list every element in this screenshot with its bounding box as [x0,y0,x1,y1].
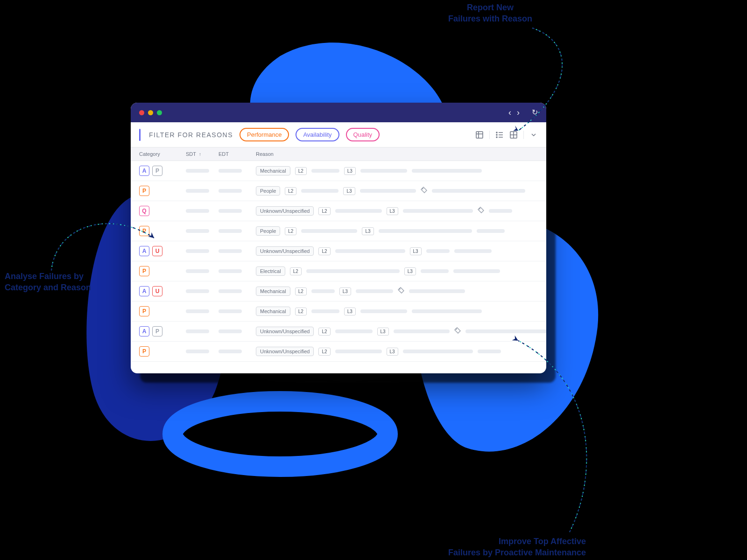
category-chip[interactable]: A [139,166,149,176]
placeholder [394,329,450,333]
placeholder [360,189,416,193]
col-sdt[interactable]: SDT ↑ [186,151,218,157]
svg-point-8 [496,137,497,138]
maximize-icon[interactable] [157,110,162,115]
category-chip[interactable]: P [152,326,162,336]
category-chip[interactable]: A [139,326,149,336]
reason-label[interactable]: People [256,186,280,196]
nav-back-icon[interactable]: ‹ [508,108,510,118]
level-l3[interactable]: L3 [387,348,398,356]
col-edt[interactable]: EDT [218,151,256,157]
category-chip[interactable]: A [139,286,149,296]
table-row[interactable]: PPeopleL2L3 [131,181,546,201]
table-row[interactable]: AUMechanicalL2L3 [131,281,546,301]
placeholder [186,329,209,333]
level-l2[interactable]: L2 [318,207,330,215]
reason-label[interactable]: Unknown/Unspecified [256,327,314,336]
table-row[interactable]: APMechanicalL2L3 [131,161,546,181]
category-chip[interactable]: Q [139,206,149,216]
panel-icon[interactable] [475,131,484,139]
level-l2[interactable]: L2 [318,348,330,356]
chevron-down-icon[interactable] [529,131,538,139]
level-l2[interactable]: L2 [318,247,330,255]
level-l2[interactable]: L2 [295,308,307,315]
level-l3[interactable]: L3 [343,187,355,195]
placeholder [477,229,505,233]
placeholder [186,249,209,253]
table-row[interactable]: PMechanicalL2L3 [131,301,546,322]
pill-performance[interactable]: Performance [240,128,289,141]
edt-cell [218,350,256,353]
edt-cell [218,309,256,313]
category-chip[interactable]: P [139,226,149,236]
reason-label[interactable]: Mechanical [256,307,290,316]
reason-cell: Unknown/UnspecifiedL2L3 [256,327,546,336]
reason-label[interactable]: Unknown/Unspecified [256,206,314,216]
list-icon[interactable] [495,131,504,139]
sdt-cell [186,229,218,233]
close-icon[interactable] [139,110,144,115]
category-chip[interactable]: U [152,246,162,256]
reason-label[interactable]: People [256,226,280,236]
nav-forward-icon[interactable]: › [517,108,519,118]
category-chip[interactable]: P [139,266,149,276]
tag-icon[interactable] [478,207,484,215]
category-chip[interactable]: P [139,346,149,357]
tag-icon[interactable] [454,327,461,336]
level-l2[interactable]: L2 [318,328,330,336]
level-l3[interactable]: L3 [410,247,422,255]
placeholder [186,209,209,213]
level-l3[interactable]: L3 [387,207,398,215]
category-chip[interactable]: P [139,186,149,196]
category-cell: AP [139,166,186,176]
svg-point-15 [399,288,400,289]
reason-cell: Unknown/UnspecifiedL2L3 [256,246,538,256]
table-row[interactable]: AUUnknown/UnspecifiedL2L3 [131,241,546,261]
category-chip[interactable]: P [152,166,162,176]
level-l2[interactable]: L2 [285,227,296,235]
level-l3[interactable]: L3 [377,328,389,336]
placeholder [186,269,209,273]
table-row[interactable]: PPeopleL2L3 [131,221,546,241]
reason-label[interactable]: Mechanical [256,166,290,175]
minimize-icon[interactable] [148,110,153,115]
table-row[interactable]: PElectricalL2L3 [131,261,546,281]
placeholder [379,229,472,233]
reason-label[interactable]: Unknown/Unspecified [256,347,314,356]
table-row[interactable]: PUnknown/UnspecifiedL2L3 [131,342,546,362]
level-l2[interactable]: L2 [295,287,307,295]
level-l3[interactable]: L3 [362,227,374,235]
reason-cell: MechanicalL2L3 [256,307,538,316]
reason-label[interactable]: Unknown/Unspecified [256,246,314,256]
svg-point-16 [456,329,457,329]
level-l3[interactable]: L3 [339,287,351,295]
reload-icon[interactable]: ↻ [532,108,538,118]
level-l2[interactable]: L2 [295,167,307,175]
pill-quality[interactable]: Quality [346,128,380,141]
category-chip[interactable]: P [139,306,149,316]
placeholder [311,289,335,293]
table-row[interactable]: QUnknown/UnspecifiedL2L3 [131,201,546,221]
level-l2[interactable]: L2 [290,267,302,275]
traffic-lights [139,110,162,115]
col-category[interactable]: Category [139,151,186,157]
level-l3[interactable]: L3 [344,167,356,175]
level-l2[interactable]: L2 [285,187,296,195]
col-reason[interactable]: Reason [256,151,538,157]
level-l3[interactable]: L3 [344,308,356,315]
category-chip[interactable]: A [139,246,149,256]
pill-availability[interactable]: Availability [296,128,339,141]
category-chip[interactable]: U [152,286,162,296]
tag-icon[interactable] [421,187,427,195]
table-row[interactable]: APUnknown/UnspecifiedL2L3 [131,322,546,342]
reason-label[interactable]: Mechanical [256,287,290,296]
grid-icon[interactable] [509,131,518,139]
svg-point-0 [173,401,388,467]
reason-label[interactable]: Electrical [256,266,285,276]
level-l3[interactable]: L3 [404,267,416,275]
table-body: APMechanicalL2L3PPeopleL2L3QUnknown/Unsp… [131,161,546,362]
placeholder [454,249,492,253]
reason-cell: PeopleL2L3 [256,186,538,196]
reason-cell: MechanicalL2L3 [256,166,538,175]
tag-icon[interactable] [398,287,404,295]
